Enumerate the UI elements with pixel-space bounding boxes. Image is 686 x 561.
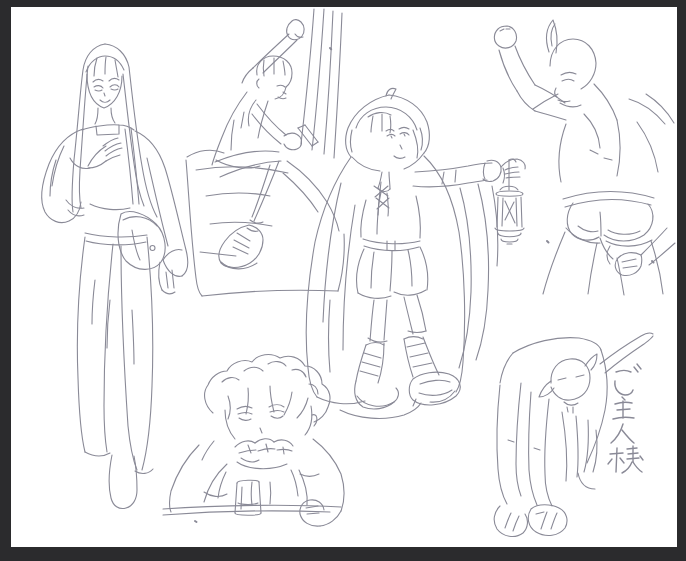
lantern bbox=[495, 159, 524, 244]
sketch-canvas: ご主人様 bbox=[11, 7, 677, 547]
sketch-crouching-cat bbox=[494, 333, 653, 537]
sketch-hooded-figure-with-lantern bbox=[306, 88, 525, 418]
sketch-artwork bbox=[11, 7, 677, 547]
drinking-glass bbox=[235, 480, 261, 515]
sketch-standing-woman bbox=[42, 44, 188, 509]
sketch-muscular-figure-from-behind bbox=[494, 20, 675, 295]
sketch-boy-on-ledge bbox=[186, 9, 344, 296]
handwritten-caption-strokes bbox=[608, 364, 643, 473]
sketch-boy-at-table bbox=[163, 355, 344, 527]
pen-speck bbox=[330, 48, 331, 49]
